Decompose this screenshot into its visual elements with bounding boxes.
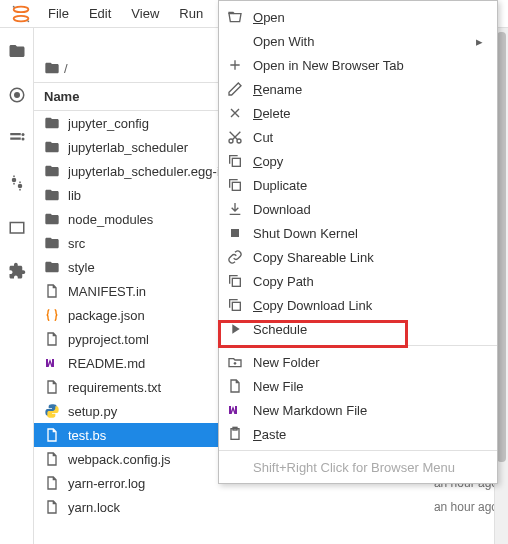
svg-point-9	[21, 138, 24, 141]
ctx-shutdown-kernel[interactable]: Shut Down Kernel	[219, 221, 497, 245]
folder-icon[interactable]	[8, 42, 26, 60]
commands-icon[interactable]	[8, 130, 26, 148]
plus-icon	[227, 57, 243, 73]
new-folder-icon	[227, 354, 243, 370]
ctx-download[interactable]: Download	[219, 197, 497, 221]
ctx-copy-link[interactable]: Copy Shareable Link	[219, 245, 497, 269]
ctx-open-with-label: Open With	[253, 34, 476, 49]
svg-rect-15	[232, 158, 240, 166]
context-menu: Open Open With ▸ Open in New Browser Tab…	[218, 0, 498, 484]
extension-icon[interactable]	[8, 262, 26, 280]
svg-rect-16	[232, 182, 240, 190]
file-icon	[44, 475, 60, 491]
ctx-open-new-tab-label: Open in New Browser Tab	[253, 58, 483, 73]
settings-icon[interactable]	[8, 174, 26, 192]
ctx-open-with[interactable]: Open With ▸	[219, 29, 497, 53]
file-icon	[44, 283, 60, 299]
ctx-cut[interactable]: Cut	[219, 125, 497, 149]
separator	[219, 450, 497, 451]
ctx-paste[interactable]: Paste	[219, 422, 497, 446]
copy-icon	[227, 153, 243, 169]
ctx-new-file[interactable]: New File	[219, 374, 497, 398]
ctx-open-new-tab[interactable]: Open in New Browser Tab	[219, 53, 497, 77]
ctx-open-label: Open	[253, 10, 483, 25]
ctx-hint: Shift+Right Click for Browser Menu	[219, 455, 497, 479]
svg-point-0	[14, 6, 29, 12]
ctx-new-markdown[interactable]: New Markdown File	[219, 398, 497, 422]
svg-point-11	[17, 184, 22, 189]
folder-icon	[44, 187, 60, 203]
separator	[219, 345, 497, 346]
menu-edit[interactable]: Edit	[79, 2, 121, 25]
copy-icon	[227, 273, 243, 289]
jupyter-logo-icon	[10, 3, 32, 25]
menu-view[interactable]: View	[121, 2, 169, 25]
ctx-copy[interactable]: Copy	[219, 149, 497, 173]
duplicate-icon	[227, 177, 243, 193]
ctx-copy-path[interactable]: Copy Path	[219, 269, 497, 293]
ctx-schedule[interactable]: Schedule	[219, 317, 497, 341]
svg-rect-6	[10, 133, 21, 135]
blank-icon	[227, 33, 243, 49]
scrollbar-thumb[interactable]	[497, 32, 506, 462]
ctx-paste-label: Paste	[253, 427, 483, 442]
folder-icon	[44, 115, 60, 131]
svg-point-5	[14, 93, 19, 98]
ctx-rename[interactable]: Rename	[219, 77, 497, 101]
svg-rect-19	[232, 302, 240, 310]
svg-rect-7	[10, 138, 21, 140]
blank-icon	[227, 459, 243, 475]
svg-rect-17	[231, 229, 239, 237]
chevron-right-icon: ▸	[476, 34, 483, 49]
folder-icon	[44, 139, 60, 155]
folder-icon	[44, 235, 60, 251]
play-icon	[227, 321, 243, 337]
file-modified: an hour ago	[426, 500, 498, 514]
svg-point-2	[13, 5, 15, 7]
ctx-copy-download-link[interactable]: Copy Download Link	[219, 293, 497, 317]
menu-run[interactable]: Run	[169, 2, 213, 25]
cut-icon	[227, 129, 243, 145]
file-name: yarn.lock	[68, 500, 426, 515]
markdown-icon	[227, 402, 243, 418]
folder-icon	[44, 163, 60, 179]
running-icon[interactable]	[8, 86, 26, 104]
file-icon	[44, 427, 60, 443]
file-icon	[44, 499, 60, 515]
ctx-copy-path-label: Copy Path	[253, 274, 483, 289]
link-icon	[227, 249, 243, 265]
ctx-copy-link-label: Copy Shareable Link	[253, 250, 483, 265]
menu-file[interactable]: File	[38, 2, 79, 25]
open-icon	[227, 9, 243, 25]
file-icon	[44, 355, 60, 371]
svg-point-10	[11, 178, 16, 183]
svg-rect-12	[10, 223, 24, 234]
svg-point-1	[14, 15, 29, 21]
ctx-delete-label: Delete	[253, 106, 483, 121]
activity-bar	[0, 28, 34, 544]
ctx-download-label: Download	[253, 202, 483, 217]
ctx-open[interactable]: Open	[219, 5, 497, 29]
folder-icon	[44, 60, 60, 76]
file-icon	[44, 331, 60, 347]
file-row[interactable]: yarn.lockan hour ago	[34, 495, 508, 519]
folder-icon	[44, 211, 60, 227]
file-icon	[44, 307, 60, 323]
ctx-cut-label: Cut	[253, 130, 483, 145]
ctx-duplicate-label: Duplicate	[253, 178, 483, 193]
file-icon	[44, 451, 60, 467]
paste-icon	[227, 426, 243, 442]
copy-icon	[227, 297, 243, 313]
svg-point-8	[21, 133, 24, 136]
ctx-shutdown-kernel-label: Shut Down Kernel	[253, 226, 483, 241]
ctx-delete[interactable]: Delete	[219, 101, 497, 125]
tabs-icon[interactable]	[8, 218, 26, 236]
download-icon	[227, 201, 243, 217]
ctx-copy-download-link-label: Copy Download Link	[253, 298, 483, 313]
ctx-copy-label: Copy	[253, 154, 483, 169]
file-icon	[227, 378, 243, 394]
ctx-new-folder[interactable]: New Folder	[219, 350, 497, 374]
ctx-new-file-label: New File	[253, 379, 483, 394]
ctx-duplicate[interactable]: Duplicate	[219, 173, 497, 197]
folder-icon	[44, 259, 60, 275]
